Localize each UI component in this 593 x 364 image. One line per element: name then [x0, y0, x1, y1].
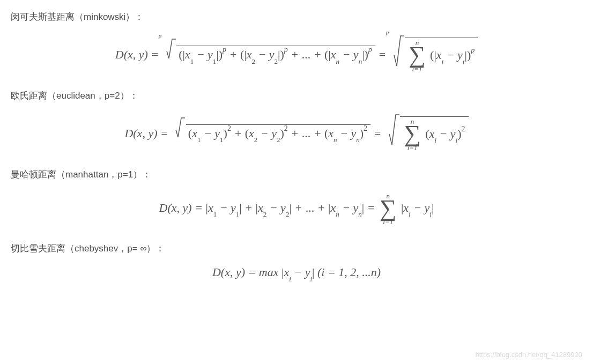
equals-sign: =: [374, 127, 384, 140]
formula-minkowski: D(x, y) = p (|x1 − y1|)p + (|x2 − y2|)p …: [11, 35, 582, 72]
heading-euclidean: 欧氏距离（euclidean，p=2）：: [11, 88, 582, 103]
sum-icon: n ∑ i=1: [404, 118, 420, 151]
root-right-e: n ∑ i=1 (xi − yi)2: [386, 114, 469, 151]
index-set: (i = 1, 2, ...n): [317, 265, 381, 279]
formula-lhs: D(x, y) =: [159, 201, 206, 214]
max-label: max: [259, 265, 279, 279]
root-body-left: (|x1 − y1|)p + (|x2 − y2|)p + ... + (|xn…: [176, 46, 375, 63]
equals-sign: =: [378, 48, 389, 61]
root-body-right: n ∑ i=1 (|xi − yi|)p: [405, 38, 478, 72]
root-right: p n ∑ i=1 (|xi − yi|)p: [390, 35, 478, 72]
formula-chebyshev: D(x, y) = max |xi − yi| (i = 1, 2, ...n): [11, 266, 582, 280]
root-left: p (|x1 − y1|)p + (|x2 − y2|)p + ... + (|…: [163, 38, 375, 62]
formula-lhs: D(x, y) =: [124, 127, 171, 140]
formula-lhs: D(x, y) =: [212, 265, 259, 279]
formula-lhs: D(x, y) =: [115, 48, 162, 61]
sum-icon: n ∑ i=1: [409, 39, 425, 72]
heading-minkowski: 闵可夫斯基距离（minkowski）：: [11, 10, 582, 24]
root-index-r: p: [386, 29, 389, 35]
root-body-right-e: n ∑ i=1 (xi − yi)2: [400, 116, 468, 151]
heading-manhattan: 曼哈顿距离（manhattan，p=1）：: [11, 167, 582, 182]
formula-manhattan: D(x, y) = |x1 − y1| + |x2 − y2| + ... + …: [11, 192, 582, 225]
heading-chebyshev: 切比雪夫距离（chebyshev，p= ∞）：: [11, 241, 582, 256]
root-left-e: (x1 − y1)2 + (x2 − y2)2 + ... + (xn − yn…: [172, 117, 370, 141]
formula-euclidean: D(x, y) = (x1 − y1)2 + (x2 − y2)2 + ... …: [11, 114, 582, 151]
root-index: p: [159, 33, 162, 39]
root-body-left-e: (x1 − y1)2 + (x2 − y2)2 + ... + (xn − yn…: [186, 124, 370, 142]
sum-icon: n ∑ i=1: [380, 192, 396, 225]
